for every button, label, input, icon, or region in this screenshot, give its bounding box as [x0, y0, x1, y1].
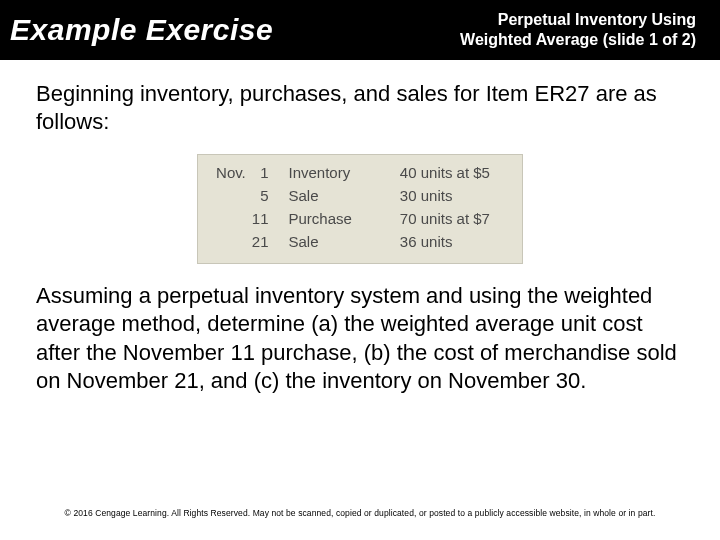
- cell-month-empty: [216, 230, 252, 253]
- table-row: 11 Purchase 70 units at $7: [216, 207, 504, 230]
- cell-day: 1: [252, 161, 289, 184]
- cell-event: Sale: [288, 184, 399, 207]
- cell-event: Inventory: [288, 161, 399, 184]
- cell-day: 5: [252, 184, 289, 207]
- slide-container: Example Exercise Perpetual Inventory Usi…: [0, 0, 720, 540]
- cell-month-empty: [216, 207, 252, 230]
- intro-text: Beginning inventory, purchases, and sale…: [36, 80, 684, 136]
- cell-detail: 70 units at $7: [400, 207, 504, 230]
- header-subtitle-line2: Weighted Average (slide 1 of 2): [460, 30, 696, 50]
- cell-detail: 30 units: [400, 184, 504, 207]
- slide-header: Example Exercise Perpetual Inventory Usi…: [0, 0, 720, 60]
- cell-event: Purchase: [288, 207, 399, 230]
- cell-detail: 36 units: [400, 230, 504, 253]
- question-text: Assuming a perpetual inventory system an…: [36, 282, 684, 395]
- cell-month-empty: [216, 184, 252, 207]
- table-row: 5 Sale 30 units: [216, 184, 504, 207]
- cell-month: Nov.: [216, 161, 252, 184]
- slide-body: Beginning inventory, purchases, and sale…: [0, 60, 720, 395]
- inventory-table-wrap: Nov. 1 Inventory 40 units at $5 5 Sale 3…: [36, 154, 684, 264]
- header-subtitle-line1: Perpetual Inventory Using: [460, 10, 696, 30]
- inventory-table: Nov. 1 Inventory 40 units at $5 5 Sale 3…: [197, 154, 523, 264]
- table-row: 21 Sale 36 units: [216, 230, 504, 253]
- cell-detail: 40 units at $5: [400, 161, 504, 184]
- cell-day: 11: [252, 207, 289, 230]
- copyright-footer: © 2016 Cengage Learning. All Rights Rese…: [0, 508, 720, 518]
- header-title: Example Exercise: [10, 13, 273, 47]
- cell-event: Sale: [288, 230, 399, 253]
- cell-day: 21: [252, 230, 289, 253]
- table-row: Nov. 1 Inventory 40 units at $5: [216, 161, 504, 184]
- header-subtitle: Perpetual Inventory Using Weighted Avera…: [460, 10, 720, 50]
